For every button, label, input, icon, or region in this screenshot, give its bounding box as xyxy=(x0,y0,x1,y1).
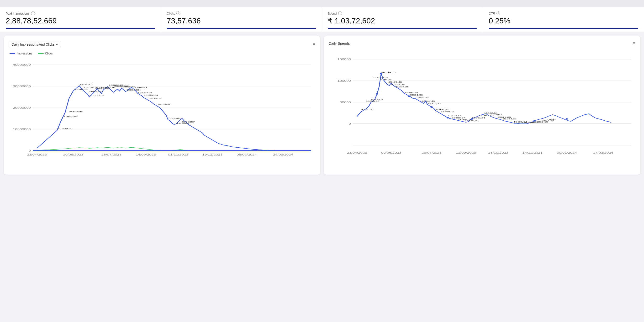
svg-point-99 xyxy=(566,118,568,120)
paid-impressions-underline xyxy=(6,28,155,29)
right-chart-hamburger-icon[interactable]: ≡ xyxy=(633,41,636,46)
clicks-legend-label: Clicks xyxy=(45,52,53,55)
left-chart-hamburger-icon[interactable]: ≡ xyxy=(313,42,315,47)
dropdown-chevron-icon: ▾ xyxy=(56,43,58,46)
legend-impressions: Impressions xyxy=(10,52,32,55)
svg-text:28/10/2023: 28/10/2023 xyxy=(488,151,508,154)
svg-text:19/12/2023: 19/12/2023 xyxy=(202,153,223,156)
svg-text:14/12/2023: 14/12/2023 xyxy=(522,151,543,154)
charts-section: Daily Impressions And Clicks ▾ ≡ Impress… xyxy=(0,32,644,178)
svg-text:13248671: 13248671 xyxy=(133,87,147,89)
spend-label: Spend xyxy=(328,12,337,15)
left-chart-area: 40000000 30000000 20000000 10000000 0 33… xyxy=(8,60,315,167)
metrics-row: Paid Impressions i 2,88,78,52,669 Clicks… xyxy=(0,7,644,32)
svg-text:39316.37: 39316.37 xyxy=(428,103,441,105)
top-bar xyxy=(0,0,644,7)
svg-text:71305.25: 71305.25 xyxy=(395,86,409,88)
metric-label: Paid Impressions i xyxy=(6,12,155,15)
svg-text:23/04/2023: 23/04/2023 xyxy=(27,153,47,156)
svg-text:24957872: 24957872 xyxy=(88,91,103,93)
svg-text:21172213: 21172213 xyxy=(89,95,104,97)
right-chart-title: Daily Spends xyxy=(329,41,350,45)
svg-text:24/03/2024: 24/03/2024 xyxy=(273,153,293,156)
svg-point-96 xyxy=(446,117,449,119)
clicks-underline xyxy=(167,28,316,29)
svg-text:8742103: 8742103 xyxy=(150,98,162,100)
svg-text:150000: 150000 xyxy=(338,58,351,61)
svg-text:14/09/2023: 14/09/2023 xyxy=(136,153,156,156)
metric-label: Clicks i xyxy=(167,12,316,15)
svg-text:58301.56: 58301.56 xyxy=(409,94,423,96)
svg-text:142914.19: 142914.19 xyxy=(380,71,396,73)
svg-text:22005: 22005 xyxy=(546,119,556,121)
svg-text:16244430: 16244430 xyxy=(101,87,115,89)
metric-spend: Spend i ₹ 1,03,72,602 xyxy=(322,7,483,32)
metric-paid-impressions: Paid Impressions i 2,88,78,52,669 xyxy=(0,7,161,32)
svg-text:46544.45: 46544.45 xyxy=(422,100,435,102)
svg-text:13016534: 13016534 xyxy=(126,89,141,91)
clicks-label: Clicks xyxy=(167,12,175,15)
paid-impressions-info-icon[interactable]: i xyxy=(31,12,35,15)
svg-point-94 xyxy=(408,96,410,97)
clicks-info-icon[interactable]: i xyxy=(176,12,180,15)
metric-ctr: CTR i 0.25% xyxy=(483,7,644,32)
right-chart-svg: 150000 100000 50000 0 142914.19 111815.8… xyxy=(329,55,636,162)
paid-impressions-value: 2,88,78,52,669 xyxy=(6,17,155,25)
impressions-legend-label: Impressions xyxy=(17,52,32,55)
right-chart-card: Daily Spends ≡ 150000 100000 50000 0 xyxy=(324,36,640,175)
svg-text:100000: 100000 xyxy=(338,80,351,82)
svg-text:01/11/2023: 01/11/2023 xyxy=(168,153,188,156)
svg-point-98 xyxy=(533,120,536,122)
svg-text:12822635: 12822635 xyxy=(168,118,182,120)
svg-text:20000000: 20000000 xyxy=(13,107,31,109)
svg-text:25036.78: 25036.78 xyxy=(478,114,492,117)
svg-text:0: 0 xyxy=(29,150,31,152)
svg-point-92 xyxy=(380,73,382,74)
impressions-legend-line xyxy=(10,53,15,54)
ctr-info-icon[interactable]: i xyxy=(496,12,500,15)
metric-label: CTR i xyxy=(489,12,638,15)
svg-text:11/09/2023: 11/09/2023 xyxy=(456,151,476,154)
svg-text:26/07/2023: 26/07/2023 xyxy=(422,151,442,154)
svg-text:75397.94: 75397.94 xyxy=(404,92,418,94)
svg-text:05/02/2024: 05/02/2024 xyxy=(236,153,257,156)
clicks-legend-line xyxy=(38,53,44,54)
left-chart-title: Daily Impressions And Clicks xyxy=(12,43,55,46)
svg-text:40000000: 40000000 xyxy=(13,64,31,66)
svg-text:9098357: 9098357 xyxy=(182,121,195,123)
svg-text:30000000: 30000000 xyxy=(13,85,31,88)
chart-title-dropdown[interactable]: Daily Impressions And Clicks ▾ xyxy=(8,41,61,48)
svg-point-93 xyxy=(376,93,378,95)
svg-text:0: 0 xyxy=(349,123,351,125)
svg-text:95472.46: 95472.46 xyxy=(388,81,402,83)
svg-point-97 xyxy=(471,118,473,120)
clicks-value: 73,57,636 xyxy=(167,17,316,25)
svg-text:51489.92: 51489.92 xyxy=(416,96,429,98)
ctr-label: CTR xyxy=(489,12,495,15)
svg-text:10491.72: 10491.72 xyxy=(436,108,449,110)
metric-clicks: Clicks i 73,57,636 xyxy=(161,7,322,32)
right-chart-header: Daily Spends ≡ xyxy=(329,41,636,46)
ctr-value: 0.25% xyxy=(489,17,638,25)
svg-text:45559.27: 45559.27 xyxy=(441,111,454,113)
chart-legend: Impressions Clicks xyxy=(8,52,315,55)
svg-text:111815.82: 111815.82 xyxy=(373,76,388,78)
spend-value: ₹ 1,03,72,602 xyxy=(328,17,477,25)
svg-text:23/04/2023: 23/04/2023 xyxy=(347,151,367,154)
metric-label: Spend i xyxy=(328,12,477,15)
svg-text:11887984: 11887984 xyxy=(64,116,78,118)
svg-text:66931.29: 66931.29 xyxy=(361,108,374,110)
svg-text:09/06/2023: 09/06/2023 xyxy=(381,151,402,154)
legend-clicks: Clicks xyxy=(38,52,53,55)
left-chart-svg: 40000000 30000000 20000000 10000000 0 33… xyxy=(8,60,315,167)
svg-text:10000000: 10000000 xyxy=(13,128,31,131)
svg-rect-41 xyxy=(33,150,311,151)
spend-underline xyxy=(328,28,477,29)
right-chart-area: 150000 100000 50000 0 142914.19 111815.8… xyxy=(329,55,636,162)
svg-text:10/06/2023: 10/06/2023 xyxy=(63,153,83,156)
svg-text:63301.81: 63301.81 xyxy=(472,117,485,119)
ctr-underline xyxy=(489,28,638,29)
svg-text:51673.3: 51673.3 xyxy=(371,99,383,101)
spend-info-icon[interactable]: i xyxy=(338,12,342,15)
svg-text:87248.38: 87248.38 xyxy=(391,83,404,86)
